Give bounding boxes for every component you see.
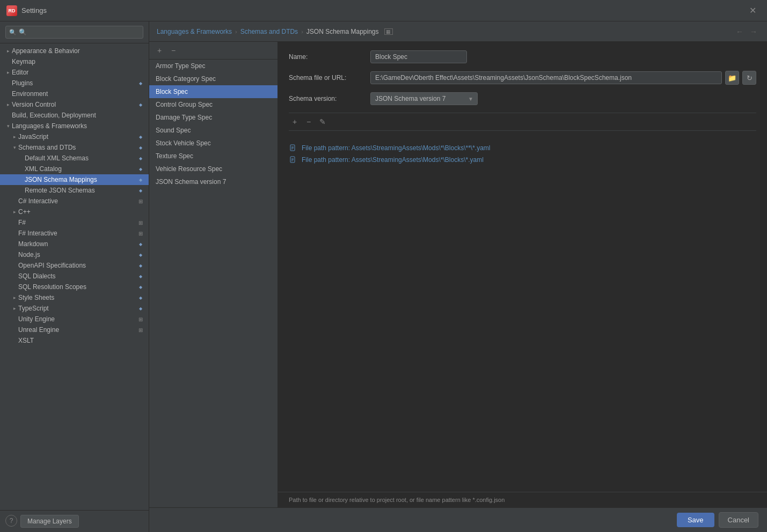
sidebar-item-plugin-icon: ◆ xyxy=(137,101,144,108)
edit-pattern-button[interactable]: ✎ xyxy=(317,116,328,128)
main-layout: 🔍 ▸Appearance & BehaviorKeymap▸EditorPlu… xyxy=(0,21,767,532)
tree-arrow-icon xyxy=(11,219,18,226)
tree-arrow-icon: ▸ xyxy=(11,305,18,312)
help-button[interactable]: ? xyxy=(5,515,17,527)
sidebar-item-schemas-dtds[interactable]: ▾Schemas and DTDs◆ xyxy=(0,142,149,153)
sidebar-item-plugin-icon: ◆ xyxy=(137,154,144,162)
schema-list-item-damage-type-spec[interactable]: Damage Type Spec xyxy=(149,111,277,124)
schema-list-item-stock-vehicle-spec[interactable]: Stock Vehicle Spec xyxy=(149,137,277,150)
sidebar-item-keymap[interactable]: Keymap xyxy=(0,56,149,67)
sidebar-item-plugin-icon xyxy=(137,58,144,65)
pattern-list: File path pattern: Assets\StreamingAsset… xyxy=(289,138,756,169)
search-input[interactable] xyxy=(5,26,143,39)
sidebar-item-plugin-icon xyxy=(137,90,144,98)
sidebar-item-label: JavaScript xyxy=(18,133,135,141)
sidebar-item-plugin-icon xyxy=(137,47,144,55)
sidebar-item-plugin-icon: ⊞ xyxy=(137,219,144,226)
save-button[interactable]: Save xyxy=(677,513,714,527)
sidebar-item-plugin-icon: ◆ xyxy=(137,176,144,183)
add-pattern-button[interactable]: + xyxy=(289,116,301,128)
sidebar-item-sql-resolution[interactable]: SQL Resolution Scopes◆ xyxy=(0,282,149,292)
sidebar-item-json-schema-mappings[interactable]: JSON Schema Mappings◆ xyxy=(0,174,149,185)
tree-arrow-icon: ▾ xyxy=(11,144,18,151)
sidebar-item-csharp-interactive[interactable]: C# Interactive⊞ xyxy=(0,196,149,206)
sidebar-item-remote-json[interactable]: Remote JSON Schemas◆ xyxy=(0,185,149,196)
sidebar-item-xslt[interactable]: XSLT xyxy=(0,335,149,346)
schema-version-label: Schema version: xyxy=(289,95,364,102)
schema-list-item-sound-spec[interactable]: Sound Spec xyxy=(149,124,277,137)
sidebar-item-version-control[interactable]: ▸Version Control◆ xyxy=(0,99,149,110)
tree-arrow-icon xyxy=(11,272,18,280)
refresh-url-button[interactable]: ↻ xyxy=(742,71,756,85)
sidebar-item-plugin-icon: ◆ xyxy=(137,187,144,194)
breadcrumb-sep-0: › xyxy=(235,28,237,35)
sidebar-item-environment[interactable]: Environment xyxy=(0,88,149,99)
remove-pattern-button[interactable]: − xyxy=(303,116,315,128)
sidebar-bottom: ? Manage Layers xyxy=(0,510,149,532)
sidebar-item-plugin-icon: ◆ xyxy=(137,144,144,151)
sidebar-item-editor[interactable]: ▸Editor xyxy=(0,67,149,78)
breadcrumb-item-1[interactable]: Schemas and DTDs xyxy=(240,28,298,35)
schema-list-item-block-category-spec[interactable]: Block Category Spec xyxy=(149,72,277,85)
nav-back-button[interactable]: ← xyxy=(734,26,746,37)
sidebar-item-typescript[interactable]: ▸TypeScript◆ xyxy=(0,303,149,314)
sidebar-item-plugin-icon: ◆ xyxy=(137,294,144,301)
nav-forward-button[interactable]: → xyxy=(748,26,759,37)
add-schema-button[interactable]: + xyxy=(154,45,165,56)
sidebar-item-fsharp-interactive[interactable]: F# Interactive⊞ xyxy=(0,228,149,239)
footer-hint-text: Path to file or directory relative to pr… xyxy=(289,497,505,503)
remove-schema-button[interactable]: − xyxy=(167,45,179,56)
sidebar-item-label: F# Interactive xyxy=(18,230,135,237)
sidebar-item-nodejs[interactable]: Node.js◆ xyxy=(0,249,149,260)
sidebar-item-default-xml[interactable]: Default XML Schemas◆ xyxy=(0,153,149,164)
sidebar-item-openapi[interactable]: OpenAPI Specifications◆ xyxy=(0,260,149,271)
sidebar-item-label: XSLT xyxy=(18,337,135,344)
manage-layers-button[interactable]: Manage Layers xyxy=(20,515,79,528)
sidebar-item-unreal-engine[interactable]: Unreal Engine⊞ xyxy=(0,324,149,335)
schema-list-item-block-spec[interactable]: Block Spec xyxy=(149,85,277,98)
sidebar-item-plugin-icon: ◆ xyxy=(137,133,144,141)
tree-arrow-icon xyxy=(11,315,18,323)
sidebar-item-plugin-icon: ◆ xyxy=(137,165,144,173)
sidebar-item-languages[interactable]: ▾Languages & Frameworks xyxy=(0,121,149,131)
sidebar-item-label: Markdown xyxy=(18,240,135,248)
browse-file-button[interactable]: 📁 xyxy=(725,71,739,85)
breadcrumb-sep-1: › xyxy=(301,28,303,35)
tree-arrow-icon xyxy=(17,165,25,173)
sidebar-item-plugins[interactable]: Plugins◆ xyxy=(0,78,149,88)
sidebar-item-plugin-icon xyxy=(137,69,144,76)
schema-list-item-texture-spec[interactable]: Texture Spec xyxy=(149,150,277,162)
sidebar-item-plugin-icon xyxy=(137,208,144,216)
pattern-item-pattern1[interactable]: File path pattern: Assets\StreamingAsset… xyxy=(289,144,756,152)
sidebar-item-appearance[interactable]: ▸Appearance & Behavior xyxy=(0,46,149,56)
close-button[interactable]: ✕ xyxy=(745,3,761,18)
sidebar-item-sql-dialects[interactable]: SQL Dialects◆ xyxy=(0,271,149,282)
sidebar-item-cpp[interactable]: ▸C++ xyxy=(0,206,149,217)
sidebar-tree: ▸Appearance & BehaviorKeymap▸EditorPlugi… xyxy=(0,43,149,510)
schema-version-select[interactable]: JSON Schema version 7JSON Schema version… xyxy=(370,92,478,105)
sidebar-item-markdown[interactable]: Markdown◆ xyxy=(0,239,149,249)
pattern-item-pattern2[interactable]: File path pattern: Assets\StreamingAsset… xyxy=(289,156,756,164)
sidebar-item-xml-catalog[interactable]: XML Catalog◆ xyxy=(0,164,149,174)
schema-list-item-vehicle-resource-spec[interactable]: Vehicle Resource Spec xyxy=(149,162,277,175)
sidebar-item-build-execution[interactable]: Build, Execution, Deployment xyxy=(0,110,149,121)
sidebar-item-plugin-icon: ◆ xyxy=(137,272,144,280)
schema-list-item-armor-type-spec[interactable]: Armor Type Spec xyxy=(149,60,277,72)
sidebar-item-label: C# Interactive xyxy=(18,197,135,205)
schema-list-item-control-group-spec[interactable]: Control Group Spec xyxy=(149,98,277,111)
sidebar-item-unity-engine[interactable]: Unity Engine⊞ xyxy=(0,314,149,324)
schema-file-input[interactable] xyxy=(370,71,722,84)
name-input[interactable] xyxy=(370,50,467,63)
schema-list-item-json-schema-version7[interactable]: JSON Schema version 7 xyxy=(149,175,277,188)
sidebar-item-javascript[interactable]: ▸JavaScript◆ xyxy=(0,131,149,142)
sidebar-item-plugin-icon: ⊞ xyxy=(137,326,144,334)
sidebar-item-label: TypeScript xyxy=(18,305,135,312)
sidebar-item-fsharp[interactable]: F#⊞ xyxy=(0,217,149,228)
sidebar-item-label: Node.js xyxy=(18,251,135,258)
breadcrumb-item-0[interactable]: Languages & Frameworks xyxy=(157,28,232,35)
sidebar-item-label: Appearance & Behavior xyxy=(12,47,135,55)
tree-arrow-icon xyxy=(11,337,18,344)
sidebar-item-stylesheets[interactable]: ▸Style Sheets◆ xyxy=(0,292,149,303)
tree-arrow-icon: ▸ xyxy=(4,69,12,76)
cancel-button[interactable]: Cancel xyxy=(719,512,758,528)
